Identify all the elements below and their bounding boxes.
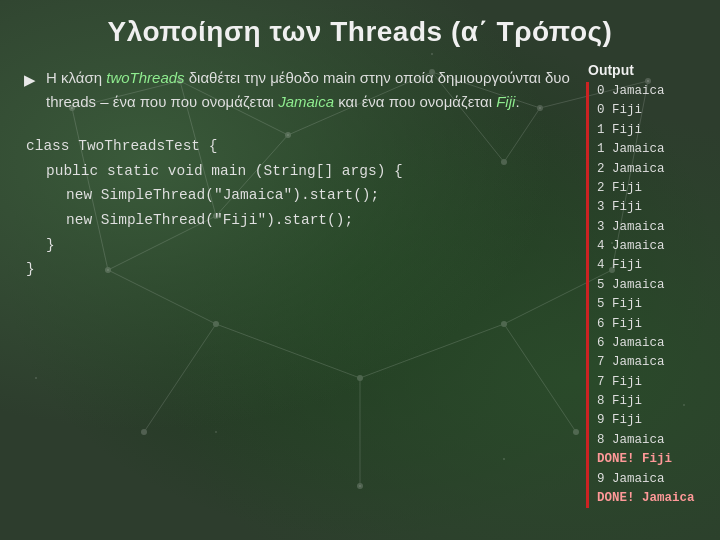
output-container: 0 Jamaica0 Fiji1 Fiji1 Jamaica2 Jamaica2… <box>586 82 708 508</box>
code-line-5: } <box>26 233 574 258</box>
output-line-3: 1 Jamaica <box>597 140 708 159</box>
code-line-2: public static void main (String[] args) … <box>26 159 574 184</box>
output-line-6: 3 Fiji <box>597 198 708 217</box>
main-area: ▶ Η κλάση twoThreads διαθέτει την μέθοδο… <box>0 56 720 540</box>
left-panel: ▶ Η κλάση twoThreads διαθέτει την μέθοδο… <box>8 60 582 532</box>
class-name-highlight: twoThreads <box>106 69 184 86</box>
output-line-2: 1 Fiji <box>597 121 708 140</box>
output-header: Output <box>586 62 708 78</box>
code-line-1: class TwoThreadsTest { <box>26 134 574 159</box>
code-line-6: } <box>26 257 574 282</box>
output-line-0: 0 Jamaica <box>597 82 708 101</box>
description-block: ▶ Η κλάση twoThreads διαθέτει την μέθοδο… <box>20 66 574 114</box>
code-block: class TwoThreadsTest { public static voi… <box>20 134 574 282</box>
output-line-15: 7 Fiji <box>597 373 708 392</box>
output-line-9: 4 Fiji <box>597 256 708 275</box>
page-title: Υλοποίηση των Threads (α΄ Τρόπος) <box>108 16 613 47</box>
output-line-5: 2 Fiji <box>597 179 708 198</box>
output-line-18: 8 Jamaica <box>597 431 708 450</box>
output-line-1: 0 Fiji <box>597 101 708 120</box>
output-line-20: 9 Jamaica <box>597 470 708 489</box>
thread2-highlight: Fiji <box>496 93 515 110</box>
output-line-8: 4 Jamaica <box>597 237 708 256</box>
content-wrapper: Υλοποίηση των Threads (α΄ Τρόπος) ▶ Η κλ… <box>0 0 720 540</box>
output-line-13: 6 Jamaica <box>597 334 708 353</box>
output-line-7: 3 Jamaica <box>597 218 708 237</box>
title-bar: Υλοποίηση των Threads (α΄ Τρόπος) <box>0 0 720 56</box>
output-line-12: 6 Fiji <box>597 315 708 334</box>
code-line-4: new SimpleThread("Fiji").start(); <box>26 208 574 233</box>
output-line-21: DONE! Jamaica <box>597 489 708 508</box>
description-text: Η κλάση twoThreads διαθέτει την μέθοδο m… <box>46 66 574 114</box>
output-line-17: 9 Fiji <box>597 411 708 430</box>
output-panel: Output 0 Jamaica0 Fiji1 Fiji1 Jamaica2 J… <box>582 60 712 532</box>
bullet-icon: ▶ <box>24 68 36 91</box>
output-line-19: DONE! Fiji <box>597 450 708 469</box>
output-line-14: 7 Jamaica <box>597 353 708 372</box>
output-line-16: 8 Fiji <box>597 392 708 411</box>
code-line-3: new SimpleThread("Jamaica").start(); <box>26 183 574 208</box>
output-line-10: 5 Jamaica <box>597 276 708 295</box>
output-line-4: 2 Jamaica <box>597 160 708 179</box>
output-line-11: 5 Fiji <box>597 295 708 314</box>
thread1-highlight: Jamaica <box>278 93 334 110</box>
